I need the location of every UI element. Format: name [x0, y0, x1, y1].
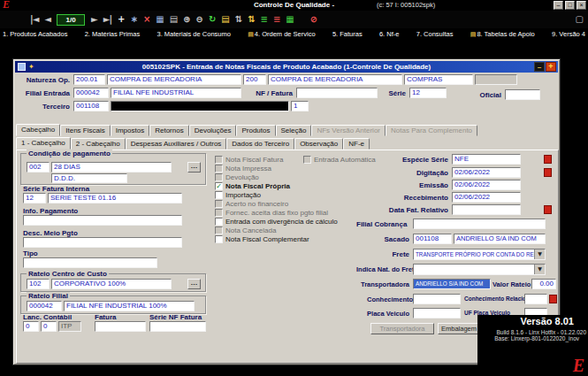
zoom-in-button[interactable]: ⊕: [183, 12, 189, 27]
condicao-pagamento-lookup-button[interactable]: …: [187, 162, 201, 173]
menu-item-faturas[interactable]: 5. Faturas: [332, 29, 363, 39]
terceiro-code-field[interactable]: 001108: [73, 101, 109, 111]
subtab-2-cabecalho[interactable]: 2 - Cabeçalho: [71, 138, 126, 150]
condicao-pagamento-desc-field[interactable]: 28 DIAS: [51, 162, 172, 173]
natureza-op-desc2-field[interactable]: COMPRA DE MERCADORIA: [268, 74, 402, 85]
sacado-desc-field[interactable]: ANDRIELLO S/A IND COM: [454, 234, 546, 244]
tab-impostos[interactable]: Impostos: [111, 125, 149, 136]
conhecimento-field[interactable]: [413, 294, 461, 304]
serie-fatura-desc-field[interactable]: SERIE TESTE 01.16: [48, 193, 182, 203]
natureza-op-code2-field[interactable]: 200: [243, 74, 266, 85]
checkbox-box[interactable]: [215, 156, 223, 164]
menu-item-ordem-servico[interactable]: ▤4. Ordem de Servico: [248, 29, 315, 39]
checkbox-box[interactable]: [215, 165, 223, 173]
especie-serie-field[interactable]: NFE: [452, 154, 521, 165]
subtab-1-cabecalho[interactable]: 1 - Cabeçalho: [16, 137, 71, 150]
delete-record-button[interactable]: ×: [143, 12, 149, 27]
transportadora-button[interactable]: Transportadora: [370, 323, 434, 334]
terceiro-name-field[interactable]: [111, 101, 289, 111]
checkbox-box[interactable]: [215, 226, 223, 234]
print-button[interactable]: ▤: [170, 12, 177, 27]
tab-itens-fiscais[interactable]: Itens Fiscais: [60, 125, 110, 136]
transportadora-field[interactable]: ANDRIELLO S/A IND COM: [413, 279, 491, 289]
window-minimize-button[interactable]: –: [554, 1, 563, 10]
save-button[interactable]: ▦: [156, 12, 163, 27]
sort-alpha-button[interactable]: ⇅: [248, 12, 254, 27]
embalagem-button[interactable]: Embalagem: [438, 323, 480, 334]
checkbox-box[interactable]: [215, 209, 223, 217]
previous-record-button[interactable]: ◄: [44, 12, 50, 27]
tab-devolucoes[interactable]: Devoluções: [189, 125, 237, 136]
tab-retornos[interactable]: Retornos: [149, 125, 188, 136]
tab-produtos[interactable]: Produtos: [236, 125, 275, 136]
rateio-filial-desc-field[interactable]: FILIAL NFE INDUSTRIAL 100%: [64, 301, 195, 311]
checkbox-entrada-divergencia[interactable]: Entrada com divergência de cálculo: [215, 217, 338, 226]
terceiro-qty-field[interactable]: 1: [291, 101, 309, 111]
next-record-button[interactable]: ►: [91, 12, 97, 27]
last-record-button[interactable]: ►|: [103, 12, 111, 27]
indica-nat-frete-dropdown[interactable]: ▼: [413, 264, 546, 275]
menu-item-tabelas-apoio[interactable]: ▤8. Tabelas de Apoio: [470, 29, 535, 39]
checkbox-importacao[interactable]: Importação: [215, 190, 261, 199]
tipo-field[interactable]: [23, 257, 157, 268]
first-record-button[interactable]: |◄: [30, 12, 38, 27]
checkbox-box[interactable]: [215, 191, 223, 199]
sort-numeric-button[interactable]: ⇅: [235, 12, 241, 27]
checkbox-box[interactable]: [215, 235, 223, 243]
tab-cabecalho[interactable]: Cabeçalho: [16, 124, 60, 136]
filial-cobranca-field[interactable]: [413, 219, 546, 229]
fatura-field[interactable]: [95, 321, 146, 332]
menu-item-materias-primas[interactable]: 2. Matérias Primas: [85, 29, 141, 39]
rateio-filial-code-field[interactable]: 000042: [27, 301, 62, 311]
monitor-icon[interactable]: ▢: [576, 12, 583, 27]
data-fat-relativo-field[interactable]: [452, 204, 521, 215]
info-pagamento-field[interactable]: [23, 215, 182, 226]
frete-dropdown[interactable]: TRANSPORTE PRÓPRIO POR CONTA DO REMETENT…: [413, 249, 546, 260]
checkbox-nota-fiscal-complementar[interactable]: Nota Fiscal Complementar: [215, 234, 309, 243]
subtab-dados-terceiro[interactable]: Dados do Terceiro: [226, 138, 294, 150]
window-close-button[interactable]: ×: [577, 1, 586, 10]
natureza-op-code-field[interactable]: 200.01: [73, 74, 105, 85]
digitacao-field[interactable]: 02/06/2022: [452, 167, 521, 178]
lanc-contabil-field-1[interactable]: 0: [23, 321, 39, 332]
menu-item-materiais-consumo[interactable]: 3. Materiais de Consumo: [157, 29, 231, 39]
condicao-pagamento-tipo-field[interactable]: D.D.D.: [51, 173, 127, 183]
window-maximize-button[interactable]: □: [565, 1, 575, 10]
attachment-flag-icon[interactable]: [549, 295, 557, 303]
serie-nf-fatura-field[interactable]: [149, 321, 206, 332]
menu-item-consultas[interactable]: 7. Consultas: [416, 29, 454, 39]
dialog-minimize-button[interactable]: –: [534, 62, 545, 72]
filial-entrada-code-field[interactable]: 000042: [73, 88, 109, 98]
subtab-observacao[interactable]: Observação: [294, 138, 343, 150]
new-record-button[interactable]: +: [118, 12, 124, 27]
list-view-button[interactable]: ≡: [261, 12, 267, 27]
list-remove-button[interactable]: ≡: [273, 12, 279, 27]
refresh-button[interactable]: ↻: [209, 12, 215, 27]
attachment-flag-icon[interactable]: [544, 205, 552, 214]
subtab-despesas-auxiliares[interactable]: Despesas Auxiliares / Outros: [126, 138, 227, 150]
attachment-flag-icon[interactable]: [544, 155, 552, 164]
sacado-code-field[interactable]: 001108: [413, 234, 452, 244]
desc-meio-pgto-field[interactable]: [23, 237, 182, 248]
lanc-contabil-field-2[interactable]: 0: [41, 321, 57, 332]
dialog-close-button[interactable]: +: [546, 62, 556, 72]
block-button[interactable]: ⊘: [310, 12, 317, 27]
rateio-centro-custo-desc-field[interactable]: CORPORATIVO 100%: [51, 279, 172, 289]
checkbox-nota-fiscal-propria[interactable]: ✓ Nota Fiscal Própria: [215, 181, 290, 190]
zoom-out-button[interactable]: ⊖: [196, 12, 202, 27]
natureza-op-desc-field[interactable]: COMPRA DE MERCADORIA: [107, 74, 241, 85]
menu-item-nfe[interactable]: 6. Nf-e: [379, 29, 400, 39]
oficial-field[interactable]: [505, 89, 540, 100]
rateio-centro-custo-lookup-button[interactable]: …: [187, 279, 201, 289]
documents-button[interactable]: ▤: [221, 12, 228, 27]
attachment-flag-icon[interactable]: [544, 168, 552, 177]
emissao-field[interactable]: 02/06/2022: [452, 180, 521, 190]
checkbox-box[interactable]: [215, 173, 223, 181]
recebimento-field[interactable]: 02/06/2022: [452, 192, 521, 203]
serie-fatura-code-field[interactable]: 12: [23, 193, 46, 203]
checkbox-box[interactable]: [215, 218, 223, 226]
conhecimento-relacionado-field[interactable]: [524, 294, 547, 304]
checkbox-box[interactable]: [215, 200, 223, 208]
edit-record-button[interactable]: ∗: [130, 12, 136, 27]
tab-selecao[interactable]: Seleção: [276, 125, 312, 136]
